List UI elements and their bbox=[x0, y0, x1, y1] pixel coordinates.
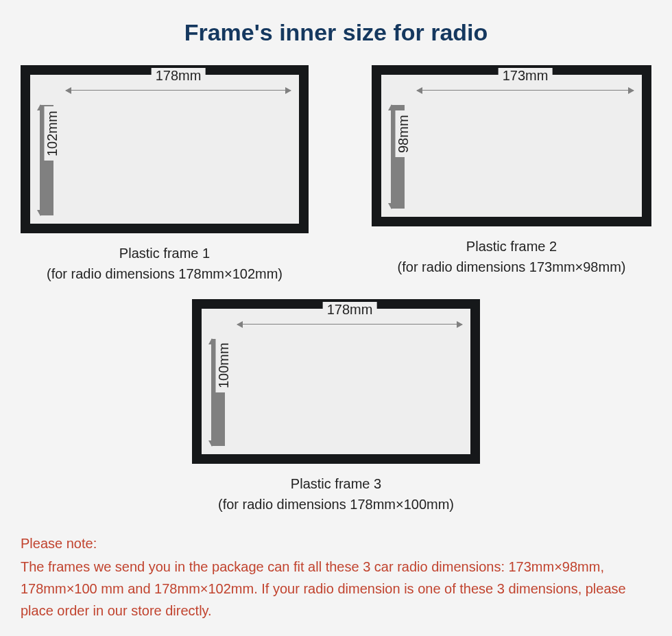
width-label-2: 173mm bbox=[499, 68, 553, 84]
frame-block-1: 178mm 102mm Plastic frame 1 (for radio d… bbox=[21, 65, 309, 284]
frame-desc-3: (for radio dimensions 178mm×100mm) bbox=[218, 494, 454, 515]
dimension-height-1: 102mm bbox=[40, 105, 53, 215]
dimension-width-1: 178mm bbox=[66, 83, 291, 97]
dimension-height-3: 100mm bbox=[211, 339, 225, 446]
frame-1: 178mm 102mm bbox=[21, 65, 309, 233]
note-block: Please note: The frames we send you in t… bbox=[21, 532, 651, 622]
height-label-3: 100mm bbox=[216, 338, 232, 392]
arrow-line-h bbox=[66, 90, 291, 91]
width-label-3: 178mm bbox=[323, 302, 377, 318]
height-label-2: 98mm bbox=[396, 110, 411, 157]
frame-caption-3: Plastic frame 3 (for radio dimensions 17… bbox=[218, 473, 454, 515]
frame-caption-1: Plastic frame 1 (for radio dimensions 17… bbox=[47, 243, 283, 284]
dimension-width-3: 178mm bbox=[237, 317, 462, 331]
frame-2: 173mm 98mm bbox=[372, 65, 651, 226]
arrow-line-h bbox=[237, 324, 462, 325]
dimension-height-2: 98mm bbox=[391, 105, 405, 209]
frame-3: 178mm 100mm bbox=[192, 299, 480, 464]
height-label-1: 102mm bbox=[45, 106, 60, 161]
frame-name-3: Plastic frame 3 bbox=[218, 473, 454, 494]
arrow-line-h bbox=[417, 90, 634, 91]
note-body: The frames we send you in the package ca… bbox=[21, 556, 651, 622]
frame-row-bottom: 178mm 100mm Plastic frame 3 (for radio d… bbox=[21, 299, 651, 515]
note-head: Please note: bbox=[21, 532, 651, 554]
frame-caption-2: Plastic frame 2 (for radio dimensions 17… bbox=[398, 236, 626, 277]
frame-name-2: Plastic frame 2 bbox=[398, 236, 626, 257]
frame-desc-2: (for radio dimensions 173mm×98mm) bbox=[398, 257, 626, 277]
page-title: Frame's inner size for radio bbox=[21, 19, 651, 46]
frame-block-2: 173mm 98mm Plastic frame 2 (for radio di… bbox=[372, 65, 651, 284]
frame-desc-1: (for radio dimensions 178mm×102mm) bbox=[47, 263, 283, 284]
dimension-width-2: 173mm bbox=[417, 83, 634, 97]
frame-block-3: 178mm 100mm Plastic frame 3 (for radio d… bbox=[192, 299, 480, 515]
width-label-1: 178mm bbox=[152, 68, 206, 84]
frame-row-top: 178mm 102mm Plastic frame 1 (for radio d… bbox=[21, 65, 651, 284]
frame-name-1: Plastic frame 1 bbox=[47, 243, 283, 263]
